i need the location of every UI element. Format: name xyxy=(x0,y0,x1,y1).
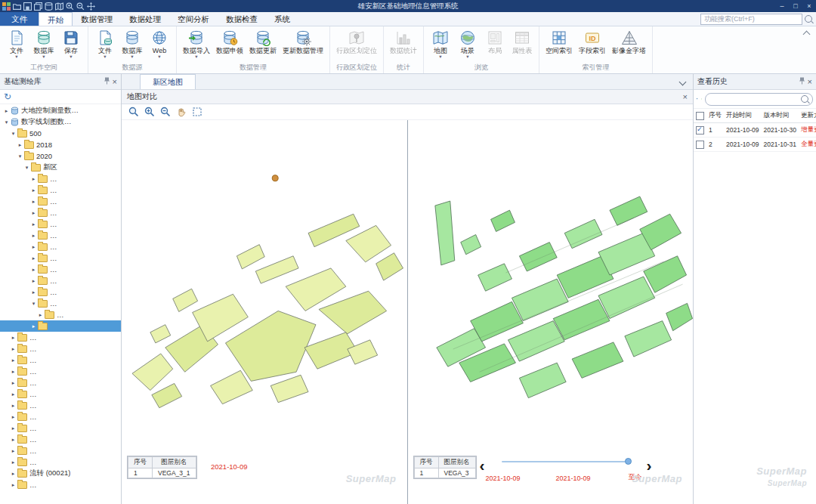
timeline-next-button[interactable]: › xyxy=(647,459,652,472)
collapsed-arrow-icon[interactable]: ▸ xyxy=(10,482,17,488)
history-search-input[interactable] xyxy=(709,94,801,104)
collapsed-arrow-icon[interactable]: ▸ xyxy=(37,312,44,318)
tree-node-4[interactable]: ▾2020 xyxy=(0,150,121,162)
collapsed-arrow-icon[interactable]: ▸ xyxy=(10,414,17,420)
datasource-icon[interactable] xyxy=(45,2,53,11)
collapsed-arrow-icon[interactable]: ▸ xyxy=(30,244,37,250)
close-button[interactable]: × xyxy=(802,0,816,12)
zoom-in-icon[interactable] xyxy=(66,2,74,11)
close-icon[interactable]: × xyxy=(683,93,688,100)
expanded-arrow-icon[interactable]: ▾ xyxy=(23,165,30,171)
full-extent-icon[interactable] xyxy=(192,107,202,117)
collapsed-arrow-icon[interactable]: ▸ xyxy=(10,346,17,352)
expanded-arrow-icon[interactable]: ▾ xyxy=(17,153,23,159)
collapsed-arrow-icon[interactable]: ▸ xyxy=(30,267,37,273)
refresh-icon[interactable]: ↻ xyxy=(4,92,11,101)
collapsed-arrow-icon[interactable]: ▸ xyxy=(10,459,17,465)
collapsed-arrow-icon[interactable]: ▸ xyxy=(10,425,17,431)
history-row-checkbox[interactable] xyxy=(696,141,704,149)
ribbon-button-2-0[interactable]: 数据导入▾ xyxy=(181,29,212,59)
pin-icon[interactable] xyxy=(799,77,805,86)
maximize-button[interactable]: □ xyxy=(789,0,802,12)
collapsed-arrow-icon[interactable]: ▸ xyxy=(10,437,17,443)
timeline-slider[interactable] xyxy=(502,461,629,462)
tree-node-25[interactable]: ▸… xyxy=(0,388,121,400)
tree-node-27[interactable]: ▸… xyxy=(0,411,121,422)
tree-node-30[interactable]: ▸… xyxy=(0,445,121,456)
tree-node-10[interactable]: ▸… xyxy=(0,218,121,230)
left-map-canvas[interactable] xyxy=(122,120,407,504)
tree-node-24[interactable]: ▸… xyxy=(0,377,121,388)
ribbon-button-6-0[interactable]: 空间索引 xyxy=(543,29,575,55)
collapsed-arrow-icon[interactable]: ▸ xyxy=(10,380,17,386)
pin-icon[interactable] xyxy=(104,77,110,86)
tree-node-32[interactable]: ▸流转 (00021) xyxy=(0,468,121,479)
tree-node-26[interactable]: ▸… xyxy=(0,400,121,411)
tree-node-28[interactable]: ▸… xyxy=(0,422,121,434)
collapsed-arrow-icon[interactable]: ▸ xyxy=(30,289,37,295)
history-row-0[interactable]: 12021-10-092021-10-30增量更新 xyxy=(694,123,816,138)
compare-icon[interactable] xyxy=(697,94,698,104)
ribbon-button-1-1[interactable]: 数据库▾ xyxy=(119,29,145,59)
tree-node-21[interactable]: ▸… xyxy=(0,343,121,354)
collapsed-arrow-icon[interactable]: ▸ xyxy=(10,448,17,454)
expanded-arrow-icon[interactable]: ▾ xyxy=(3,119,10,125)
map-pane-right[interactable]: 序号图层别名1VEGA_3 ‹ › 2021-10-09 2021-10-09 … xyxy=(408,120,694,504)
tree-node-5[interactable]: ▾新区 xyxy=(0,162,121,173)
tree-node-20[interactable]: ▸… xyxy=(0,332,121,343)
ribbon-button-0-1[interactable]: 数据库▾ xyxy=(31,29,57,59)
minimize-button[interactable]: – xyxy=(775,0,789,12)
collapsed-arrow-icon[interactable]: ▸ xyxy=(30,323,37,329)
ribbon-button-6-1[interactable]: ID字段索引 xyxy=(576,29,608,55)
ribbon-button-1-2[interactable]: Web▾ xyxy=(147,29,172,59)
tree-node-23[interactable]: ▸… xyxy=(0,366,121,377)
chevron-down-icon[interactable] xyxy=(679,79,687,86)
ribbon-button-0-0[interactable]: 文件▾ xyxy=(4,29,29,59)
menu-tab-4[interactable]: 空间分析 xyxy=(169,12,218,26)
tree-node-33[interactable]: ▸… xyxy=(0,479,121,490)
collapsed-arrow-icon[interactable]: ▸ xyxy=(10,335,17,341)
collapsed-arrow-icon[interactable]: ▸ xyxy=(30,233,37,239)
tree-node-6[interactable]: ▸… xyxy=(0,173,121,184)
collapsed-arrow-icon[interactable]: ▸ xyxy=(30,278,37,284)
menu-tab-1[interactable]: 开始 xyxy=(39,12,73,26)
collapsed-arrow-icon[interactable]: ▸ xyxy=(10,369,17,375)
menu-tab-0[interactable]: 文件 xyxy=(0,12,39,26)
collapsed-arrow-icon[interactable]: ▸ xyxy=(17,142,23,148)
tree-node-3[interactable]: ▸2018 xyxy=(0,139,121,150)
save-icon[interactable] xyxy=(23,2,32,11)
tree-node-1[interactable]: ▾数字线划图数… xyxy=(0,116,121,128)
collapsed-arrow-icon[interactable]: ▸ xyxy=(3,108,10,114)
collapsed-arrow-icon[interactable]: ▸ xyxy=(10,471,17,477)
layer-row[interactable]: 1VEGA_3 xyxy=(414,468,475,478)
timeline-slider-handle[interactable] xyxy=(625,458,632,465)
ribbon-button-5-0[interactable]: 地图▾ xyxy=(428,29,453,59)
expanded-arrow-icon[interactable]: ▾ xyxy=(30,301,37,307)
tree-node-7[interactable]: ▸… xyxy=(0,184,121,196)
pan-icon[interactable] xyxy=(176,107,187,117)
save-all-icon[interactable] xyxy=(34,2,42,11)
history-row-checkbox[interactable] xyxy=(696,126,704,135)
ribbon-button-2-1[interactable]: 数据申领 xyxy=(214,29,246,55)
right-map-canvas[interactable] xyxy=(408,120,694,504)
ribbon-button-0-2[interactable]: 保存▾ xyxy=(58,29,84,59)
tree-node-16[interactable]: ▸… xyxy=(0,286,121,298)
collapsed-arrow-icon[interactable]: ▸ xyxy=(10,357,17,363)
tree-node-29[interactable]: ▸… xyxy=(0,434,121,445)
tree-node-22[interactable]: ▸… xyxy=(0,354,121,366)
expanded-arrow-icon[interactable]: ▾ xyxy=(10,131,17,137)
pan-icon[interactable] xyxy=(87,2,95,11)
tree-node-8[interactable]: ▸… xyxy=(0,196,121,207)
tree-node-17[interactable]: ▾… xyxy=(0,298,121,309)
ribbon-button-6-2[interactable]: 影像金字塔 xyxy=(610,29,648,55)
history-row-1[interactable]: 22021-10-092021-10-31全量更新 xyxy=(694,138,816,152)
collapsed-arrow-icon[interactable]: ▸ xyxy=(10,403,17,409)
timeline-prev-button[interactable]: ‹ xyxy=(480,459,485,472)
tree-node-18[interactable]: ▸… xyxy=(0,309,121,320)
collapsed-arrow-icon[interactable]: ▸ xyxy=(30,176,37,182)
close-icon[interactable]: × xyxy=(808,78,812,85)
tree-node-14[interactable]: ▸… xyxy=(0,264,121,275)
zoom-icon[interactable] xyxy=(128,107,139,117)
tree-node-12[interactable]: ▸… xyxy=(0,241,121,252)
menu-tab-3[interactable]: 数据处理 xyxy=(121,12,169,26)
